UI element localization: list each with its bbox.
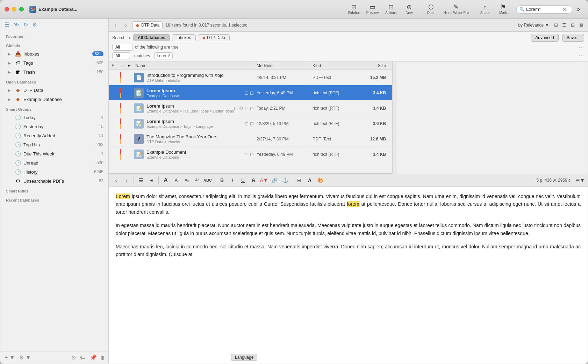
col-name-header[interactable]: Name: [134, 63, 257, 68]
italic-btn[interactable]: I: [228, 176, 237, 185]
row2-action-icon-1[interactable]: ◻: [245, 90, 249, 95]
sort-control[interactable]: by Relevance ▼: [518, 23, 549, 28]
underline-btn[interactable]: U: [238, 176, 248, 185]
sidebar-item-inboxes[interactable]: ▶ 📥 Inboxes 521: [2, 50, 106, 58]
save-search-button[interactable]: Save...: [562, 34, 584, 42]
language-tag[interactable]: Language: [231, 354, 257, 361]
col-kind-header[interactable]: Kind: [313, 63, 361, 68]
sidebar-item-history[interactable]: 🕐 History 6245: [2, 168, 106, 176]
widescreen-view-button[interactable]: ⊠: [577, 21, 585, 29]
file-row-6[interactable]: 📝 Example Document Example Database ◻ ◻ …: [109, 147, 392, 162]
sidebar-item-due-this-week[interactable]: 🕐 Due This Week 1: [2, 150, 106, 158]
sidebar-item-unread[interactable]: 🕐 Unread 530: [2, 159, 106, 167]
uppercase-btn[interactable]: ABC: [203, 176, 212, 185]
row3-action-icon-2[interactable]: ⚙: [239, 105, 243, 111]
file-row-5[interactable]: 🗞 The Magazine The Book Year One DTP Dat…: [109, 131, 392, 147]
content-stats: 5 p, 436 w, 2959 c: [537, 178, 571, 183]
tag-icon[interactable]: 🏷: [80, 355, 86, 361]
nisus-toolbar-btn[interactable]: ✎ Nisus Writer Pro: [440, 2, 472, 16]
content-forward-btn[interactable]: ›: [122, 176, 131, 185]
sidebar-item-example-database[interactable]: ▶ ◆ Example Database: [2, 95, 106, 103]
more-options-button-1[interactable]: ···: [579, 44, 584, 50]
qualifier-2-select[interactable]: All Any: [112, 52, 130, 59]
font-color-btn[interactable]: A: [305, 176, 314, 185]
row4-action-icon-1[interactable]: ◻: [245, 121, 249, 126]
current-db-badge[interactable]: ◆ DTP Data: [132, 21, 163, 29]
table-btn[interactable]: ⊞: [147, 176, 156, 185]
file-row-1[interactable]: 📄 Introduction to Programming with Xojo …: [109, 70, 392, 85]
split-view-button[interactable]: ⊟: [569, 21, 576, 29]
link-btn[interactable]: 🔗: [270, 176, 279, 185]
clear-format-btn[interactable]: Aˢ: [193, 176, 202, 185]
row3-action-icon-1[interactable]: ◻: [234, 105, 238, 111]
row3-action-icon-3[interactable]: ◻: [245, 105, 249, 111]
highlight-btn[interactable]: A▼: [259, 176, 268, 185]
actions-toolbar-btn[interactable]: ⊟ Actions: [382, 2, 400, 16]
target-icon[interactable]: ⊙: [71, 354, 76, 361]
open-label: Open: [427, 11, 435, 15]
sidebar-item-unsearchable-pdfs[interactable]: ⚙ Unsearchable PDFs 63: [2, 177, 106, 185]
search-input[interactable]: [526, 7, 561, 12]
file-row-3[interactable]: 📝 Lorem Ipsum Example Database > Ide...o…: [109, 101, 392, 116]
expand-toolbar-btn[interactable]: »: [573, 5, 583, 14]
sidebar-item-dtp-data[interactable]: ▶ ◆ DTP Data: [2, 86, 106, 94]
grid-view-button[interactable]: ⊞: [552, 21, 560, 29]
sidebar-item-top-hits[interactable]: 🕐 Top Hits 283: [2, 140, 106, 149]
minimize-button[interactable]: [12, 7, 16, 12]
qualifier-1-select[interactable]: All Any None: [112, 44, 133, 51]
maximize-button[interactable]: [19, 7, 24, 12]
search-clear-button[interactable]: ✕: [562, 7, 567, 12]
sidebar-item-today[interactable]: 🕐 Today 4: [2, 113, 106, 122]
sort-icon[interactable]: ↻: [23, 21, 28, 28]
titlebar: 📚 Example Databa... ⊞ Sidebar ▭ Preview …: [0, 0, 588, 19]
file-row-2[interactable]: 📝 Lorem Ipsum Example Database ◻ ◻ Yeste…: [109, 85, 392, 101]
format-btn[interactable]: Aᵦ: [182, 176, 191, 185]
new-toolbar-btn[interactable]: ⊕ New: [400, 2, 418, 16]
bullet-list-btn[interactable]: ☰: [136, 176, 145, 185]
list-view-icon[interactable]: ☰: [5, 21, 9, 28]
preview-toolbar-btn[interactable]: ▭ Preview: [364, 2, 382, 16]
font-size-down-btn[interactable]: A: [172, 176, 181, 185]
color-picker-btn[interactable]: 🎨: [316, 176, 325, 185]
filter-sidebar-icon[interactable]: ⚙: [32, 21, 37, 28]
list-view-button[interactable]: ☰: [560, 21, 568, 29]
row4-action-icon-2[interactable]: ◻: [250, 121, 254, 126]
col-size-header[interactable]: Size: [361, 63, 389, 68]
advanced-button[interactable]: Advanced: [531, 34, 558, 42]
strikethrough-btn[interactable]: S: [249, 176, 258, 185]
inboxes-filter-button[interactable]: Inboxes: [172, 34, 196, 41]
dtp-data-filter-button[interactable]: ◆ DTP Data: [198, 34, 230, 41]
file-row-4[interactable]: 📝 Lorem Ipsum Example Database > Tags > …: [109, 116, 392, 131]
drawer-icon[interactable]: ▮: [101, 354, 104, 361]
sidebar-item-yesterday[interactable]: 🕐 Yesterday 5: [2, 122, 106, 131]
group-view-icon[interactable]: 👁: [14, 22, 19, 28]
mark-toolbar-btn[interactable]: ⚑ Mark: [494, 2, 512, 16]
more-options-button-2[interactable]: ···: [579, 53, 584, 59]
col-modified-header[interactable]: Modified: [257, 63, 313, 68]
back-nav-button[interactable]: ‹: [112, 21, 119, 29]
file-list-scrollbar[interactable]: [392, 62, 397, 174]
sidebar-item-tags[interactable]: ▶ 🏷 Tags 509: [2, 59, 106, 67]
close-button[interactable]: [5, 7, 9, 12]
all-databases-button[interactable]: All Databases: [133, 34, 170, 41]
sidebar-item-trash[interactable]: ▶ 🗑 Trash 150: [2, 68, 106, 76]
query-display[interactable]: Lorem*: [154, 52, 173, 59]
settings-button[interactable]: ⚙ ▼: [19, 354, 31, 361]
footnote-btn[interactable]: ⊟: [295, 176, 304, 185]
forward-nav-button[interactable]: ›: [122, 21, 130, 29]
pin-icon[interactable]: 📌: [90, 354, 97, 361]
sidebar-toolbar-btn[interactable]: ⊞ Sidebar: [345, 2, 363, 16]
row2-action-icon-2[interactable]: ◻: [250, 90, 254, 95]
add-button[interactable]: + ▼: [5, 355, 15, 361]
open-toolbar-btn[interactable]: ⬡ Open: [422, 2, 440, 16]
markup-btn[interactable]: ≣▼: [576, 176, 585, 185]
row3-action-icon-4[interactable]: ◻: [250, 105, 254, 111]
share-toolbar-btn[interactable]: ↑ Share: [476, 2, 494, 16]
row6-action-icon-1[interactable]: ◻: [245, 152, 249, 157]
content-back-btn[interactable]: ‹: [112, 176, 121, 185]
row6-action-icon-2[interactable]: ◻: [250, 152, 254, 157]
bold-btn[interactable]: B: [217, 176, 227, 185]
sidebar-item-recently-added[interactable]: 🕐 Recently Added 11: [2, 131, 106, 140]
font-size-up-btn[interactable]: A: [161, 176, 170, 185]
anchor-btn[interactable]: ⚓: [280, 176, 289, 185]
